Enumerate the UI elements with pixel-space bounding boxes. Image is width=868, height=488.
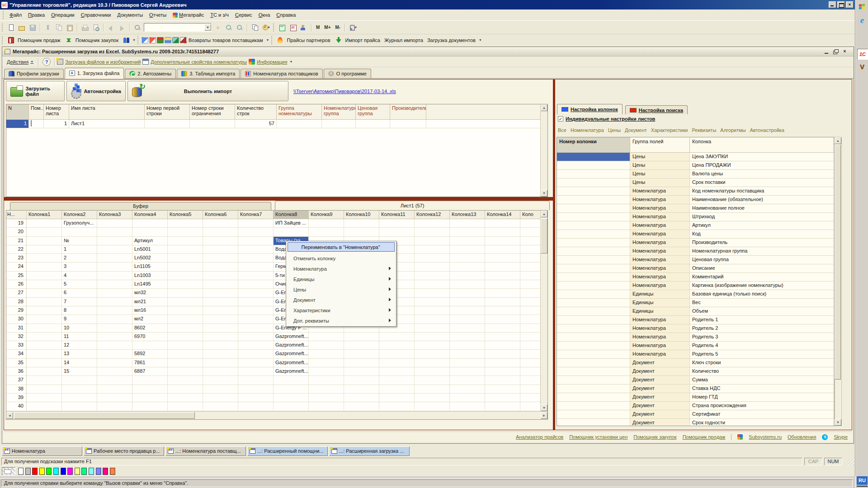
purchase-assistant-button[interactable]: Помощник закупок [75, 38, 118, 43]
column-number-cell[interactable] [557, 230, 630, 238]
field-group-cell[interactable]: Документ [630, 367, 690, 375]
field-name-cell[interactable]: Родитель 1 [690, 316, 834, 324]
internet-explorer-icon[interactable]: e [857, 15, 867, 25]
field-name-cell[interactable]: Ключ строки [690, 359, 834, 367]
row-number-cell[interactable]: 24 [6, 263, 27, 271]
field-name-cell[interactable]: Объем [690, 307, 834, 315]
mdi-minimize-button[interactable] [823, 48, 830, 55]
list-icon[interactable] [165, 37, 171, 43]
rows-count-cell[interactable]: 57 [235, 120, 277, 128]
field-name-cell[interactable]: Родитель 3 [690, 333, 834, 341]
filter-link[interactable]: Все [558, 127, 566, 133]
menu-item[interactable]: Документы [114, 11, 146, 19]
table-row[interactable]: 39 [6, 394, 541, 402]
field-name-cell[interactable]: Штрихкод [690, 213, 834, 221]
field-name-cell[interactable]: Количество [690, 367, 834, 375]
menu-item[interactable]: Правка [25, 11, 48, 19]
doc-icon-blue[interactable] [142, 37, 148, 43]
transparent-color-button[interactable] [2, 467, 15, 475]
table-row[interactable]: Номенклатура Комментарий [557, 273, 834, 282]
field-group-cell[interactable]: Номенклатура [630, 342, 690, 350]
column-number-cell[interactable] [557, 402, 630, 410]
menu-item[interactable]: Справка [273, 11, 299, 19]
column-number-cell[interactable] [557, 213, 630, 221]
mapping-table-vscrollbar[interactable]: ▲ ▼ [835, 137, 842, 426]
scroll-up-icon[interactable]: ▲ [541, 104, 547, 111]
row-number-cell[interactable]: 28 [6, 298, 27, 306]
column-number-cell[interactable] [557, 290, 630, 298]
menu-item[interactable]: Окна [255, 11, 274, 19]
palette-color[interactable] [67, 468, 73, 475]
table-row[interactable]: Цены Цена ПРОДАЖИ [557, 161, 834, 170]
table-row[interactable]: Цены Срок поставки [557, 178, 834, 187]
row-number-cell[interactable]: 38 [6, 385, 27, 393]
field-group-cell[interactable]: Номенклатура [630, 350, 690, 358]
field-group-cell[interactable]: Номенклатура [630, 282, 690, 290]
table-row[interactable]: Документ Номер ГТД [557, 393, 834, 402]
row-number-cell[interactable]: 21 [6, 237, 27, 245]
counterparties-icon[interactable] [122, 36, 132, 45]
sheets-table-vscrollbar[interactable]: ▲ ▼ [540, 104, 547, 197]
individual-settings-checkbox[interactable]: ✓ Индивидуальные настройки листов [558, 116, 655, 122]
checkbox[interactable] [31, 120, 32, 127]
row-number-cell[interactable]: 30 [6, 315, 27, 323]
footer-link[interactable]: Анализатор прайсов [516, 434, 563, 440]
toolbar-grip[interactable] [273, 23, 275, 32]
open-button[interactable] [17, 23, 27, 32]
table-row[interactable]: 22 1 Ln5001 Вода [6, 245, 541, 254]
table-row[interactable]: Номенклатура Родитель 3 [557, 333, 834, 342]
calculator-button[interactable] [277, 23, 287, 32]
column-header[interactable]: Колонка3 [97, 211, 132, 219]
help-cell[interactable] [29, 120, 44, 128]
column-number-cell[interactable] [557, 376, 630, 384]
row-number-cell[interactable]: 1 [6, 120, 29, 128]
import-price-button[interactable]: Импорт прайса [345, 38, 380, 43]
field-name-cell[interactable]: Производитель [690, 239, 834, 247]
palette-color[interactable] [81, 468, 87, 475]
windows-icon[interactable] [857, 2, 867, 12]
field-name-cell[interactable]: Срок поставки [690, 178, 834, 187]
column-header[interactable]: Колонка4 [132, 211, 168, 219]
cut-button[interactable] [43, 23, 53, 32]
table-row[interactable]: Документ Ключ строки [557, 359, 834, 367]
table-row[interactable]: Номенклатура Код [557, 230, 834, 239]
field-name-cell[interactable]: Сертификат [690, 410, 834, 418]
scroll-down-icon[interactable]: ▼ [541, 190, 547, 197]
help-button[interactable]: ? [42, 58, 51, 66]
filter-link[interactable]: Номенклатура [571, 127, 604, 133]
information-dropdown-icon[interactable]: ▼ [289, 60, 292, 63]
find-previous-button[interactable] [235, 23, 245, 32]
field-name-cell[interactable]: Номер ГТД [690, 393, 834, 401]
column-number-cell[interactable] [557, 282, 630, 290]
horizontal-splitter[interactable] [4, 197, 553, 201]
updates-link[interactable]: Обновления [788, 434, 816, 440]
table-row[interactable]: Документ Сертификат [557, 410, 834, 419]
column-header[interactable]: Номер строки ограничения [190, 104, 235, 119]
menu-item[interactable]: Сервис [232, 11, 255, 19]
table-row[interactable]: Номенклатура Номенклатурная группа [557, 247, 834, 256]
row-number-cell[interactable]: 29 [6, 306, 27, 314]
find-next-button[interactable] [224, 23, 234, 32]
palette-color[interactable] [18, 468, 24, 475]
table-row[interactable]: Номенклатура Родитель 5 [557, 350, 834, 359]
context-menu-item[interactable]: Цены [286, 284, 396, 295]
information-menu-button[interactable]: Информация [257, 59, 287, 65]
search-combobox[interactable]: ▼ [144, 23, 212, 32]
table-row[interactable]: 30 9 мл2 G-En [6, 315, 541, 324]
grid-icon[interactable] [180, 37, 187, 43]
palette-color[interactable] [39, 468, 45, 475]
subsystems-link[interactable]: Subsystems.ru [749, 434, 782, 440]
context-menu-item[interactable]: Характеристики [286, 305, 396, 315]
column-number-cell[interactable] [557, 393, 630, 401]
partner-prices-icon[interactable] [275, 36, 285, 45]
memory-plus-button[interactable]: M+ [322, 23, 332, 32]
field-name-cell[interactable]: Цена ПРОДАЖИ [690, 161, 834, 169]
settings-tab[interactable]: Настройка колонок [557, 104, 623, 114]
taskbar-window-button[interactable]: Номенклатура [2, 446, 82, 456]
load-documents-dropdown-icon[interactable]: ▼ [479, 38, 482, 42]
column-header[interactable]: Колонка6 [203, 211, 238, 219]
mdi-tab[interactable]: 1. Загрузка файла [65, 68, 124, 79]
data-table-hscrollbar[interactable]: ◄ ► [6, 411, 547, 419]
field-group-cell[interactable]: Документ [630, 359, 690, 367]
column-number-cell[interactable] [557, 359, 630, 367]
